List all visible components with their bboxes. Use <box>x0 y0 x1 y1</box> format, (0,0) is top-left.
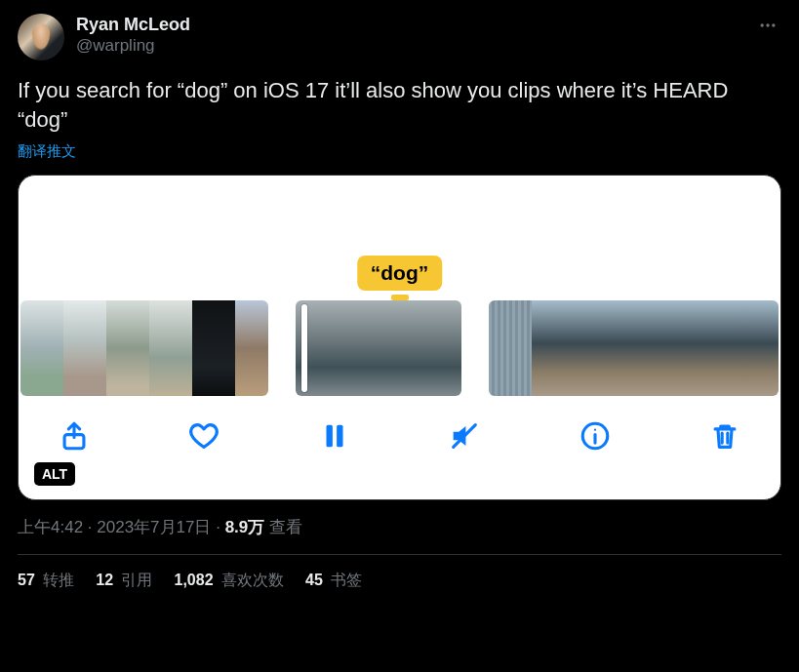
tweet-container: Ryan McLeod @warpling If you search for … <box>0 0 799 591</box>
svg-point-1 <box>766 23 769 26</box>
svg-rect-5 <box>337 425 342 448</box>
likes-stat[interactable]: 1,082 喜欢次数 <box>175 571 285 591</box>
more-button[interactable] <box>754 14 781 42</box>
tweet-date[interactable]: 2023年7月17日 <box>97 518 211 536</box>
author-block: Ryan McLeod @warpling <box>76 14 754 57</box>
svg-point-9 <box>593 428 595 430</box>
clip-thumbnail[interactable] <box>339 300 381 396</box>
pause-button[interactable] <box>316 417 353 455</box>
clip-thumbnail[interactable] <box>746 300 779 396</box>
pause-icon <box>318 419 351 453</box>
view-label: 查看 <box>264 518 302 536</box>
mute-icon <box>448 419 481 453</box>
bookmarks-stat[interactable]: 45 书签 <box>305 571 362 591</box>
clip-thumbnail[interactable] <box>235 300 268 396</box>
retweets-stat[interactable]: 57 转推 <box>18 571 74 591</box>
tweet-metadata: 上午4:42 · 2023年7月17日 · 8.9万 查看 <box>18 516 781 538</box>
share-icon <box>58 419 91 453</box>
svg-point-2 <box>772 23 775 26</box>
quotes-stat[interactable]: 12 引用 <box>96 571 152 591</box>
clip-thumbnail[interactable] <box>575 300 618 396</box>
clip-group[interactable] <box>296 300 461 396</box>
clip-thumbnail[interactable] <box>424 300 461 396</box>
clip-group[interactable] <box>489 300 779 396</box>
stats-row: 57 转推 12 引用 1,082 喜欢次数 45 书签 <box>18 555 781 591</box>
clip-thumbnail[interactable] <box>20 300 63 396</box>
media-controls <box>19 396 780 476</box>
avatar[interactable] <box>18 14 64 60</box>
clip-thumbnail[interactable] <box>106 300 149 396</box>
clip-thumbnail[interactable] <box>63 300 106 396</box>
clip-thumbnail[interactable] <box>381 300 424 396</box>
svg-rect-4 <box>326 425 332 448</box>
search-tag-pill: “dog” <box>357 256 442 291</box>
info-icon <box>579 419 612 453</box>
tweet-time[interactable]: 上午4:42 <box>18 518 83 536</box>
view-count[interactable]: 8.9万 <box>225 518 265 536</box>
share-button[interactable] <box>56 417 93 455</box>
mute-button[interactable] <box>446 417 483 455</box>
clip-thumbnail[interactable] <box>660 300 703 396</box>
playhead[interactable] <box>301 304 307 392</box>
media-card[interactable]: “dog” <box>18 175 781 500</box>
clip-group[interactable] <box>20 300 268 396</box>
tweet-text: If you search for “dog” on iOS 17 it’ll … <box>18 76 781 135</box>
like-button[interactable] <box>185 417 222 455</box>
svg-point-0 <box>761 23 764 26</box>
trash-icon <box>708 419 741 453</box>
delete-button[interactable] <box>706 417 743 455</box>
translate-link[interactable]: 翻译推文 <box>18 142 76 161</box>
heart-icon <box>187 419 220 453</box>
alt-badge[interactable]: ALT <box>34 462 75 486</box>
clip-thumbnail[interactable] <box>489 300 532 396</box>
clip-thumbnail[interactable] <box>532 300 575 396</box>
clip-thumbnail[interactable] <box>192 300 235 396</box>
media-top: “dog” <box>19 176 780 300</box>
tweet-header: Ryan McLeod @warpling <box>18 14 781 60</box>
clip-thumbnail[interactable] <box>149 300 192 396</box>
clip-thumbnail[interactable] <box>618 300 660 396</box>
video-timeline[interactable] <box>19 300 780 396</box>
clip-thumbnail[interactable] <box>703 300 746 396</box>
more-icon <box>758 16 778 35</box>
handle[interactable]: @warpling <box>76 35 754 57</box>
info-button[interactable] <box>577 417 614 455</box>
display-name[interactable]: Ryan McLeod <box>76 14 754 35</box>
